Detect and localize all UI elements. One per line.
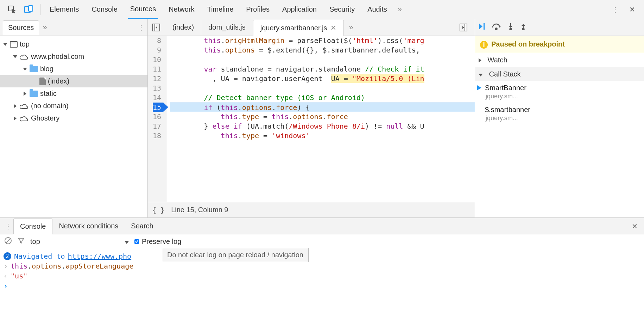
clear-console-icon[interactable] [4, 237, 12, 246]
filter-icon[interactable] [18, 237, 25, 246]
tree-item[interactable]: blog [0, 63, 147, 75]
code-line[interactable]: this.type = 'windows' [170, 131, 475, 141]
close-tab-icon[interactable]: ✕ [330, 24, 336, 32]
code-content[interactable]: this.origHtmlMargin = parseFloat($('html… [167, 36, 475, 202]
code-line[interactable]: this.type = this.options.force [170, 112, 475, 122]
line-number[interactable]: 11 [153, 64, 163, 74]
navigator-menu-icon[interactable]: ⋮ [138, 23, 145, 32]
svg-point-12 [523, 29, 524, 30]
tree-item[interactable]: top [0, 38, 147, 50]
tab-console[interactable]: Console [89, 0, 119, 18]
collapse-icon[interactable] [479, 70, 483, 78]
tab-elements[interactable]: Elements [48, 0, 81, 18]
line-gutter[interactable]: 89101112131415161718 [148, 36, 167, 202]
line-number[interactable]: 13 [153, 84, 163, 93]
toolbar-separator [40, 4, 40, 15]
tree-item-label: (no domain) [31, 102, 69, 110]
file-tree[interactable]: topwww.phodal.comblog(index)static(no do… [0, 36, 147, 217]
line-number[interactable]: 12 [153, 74, 163, 84]
frame-function: SmartBanner [485, 84, 640, 92]
navigator-more-icon[interactable]: » [43, 23, 47, 32]
code-line[interactable]: var standalone = navigator.standalone //… [170, 64, 475, 74]
nav-url[interactable]: https://www.pho [68, 252, 132, 260]
expand-icon[interactable] [13, 116, 18, 121]
code-line[interactable]: , UA = navigator.userAgent UA = "Mozilla… [170, 74, 475, 84]
watch-section[interactable]: Watch [475, 53, 644, 67]
step-over-icon[interactable] [492, 23, 501, 32]
folder-icon [30, 91, 38, 97]
collapse-icon[interactable] [3, 42, 8, 47]
step-out-icon[interactable] [520, 23, 526, 32]
collapse-icon[interactable] [23, 67, 27, 72]
settings-menu-icon[interactable]: ⋮ [608, 2, 622, 17]
resume-icon[interactable] [478, 23, 486, 32]
code-line[interactable]: // Detect banner type (iOS or Android) [170, 93, 475, 103]
console-output[interactable]: Do not clear log on page reload / naviga… [0, 249, 644, 320]
code-line[interactable]: if (this.options.force) { [170, 103, 475, 112]
expand-icon[interactable] [479, 56, 481, 64]
svg-point-10 [510, 29, 512, 30]
pause-banner: i Paused on breakpoint [475, 36, 644, 53]
collapse-icon[interactable] [13, 54, 18, 59]
callstack-frame[interactable]: $.smartbannerjquery.sm... [475, 103, 644, 125]
drawer-menu-icon[interactable]: ⋮ [3, 222, 13, 230]
console-prompt[interactable]: › [4, 281, 640, 291]
line-number[interactable]: 16 [153, 112, 163, 122]
code-line[interactable]: this.options = $.extend({}, $.smartbanne… [170, 45, 475, 55]
navigator-tab-sources[interactable]: Sources [3, 20, 39, 35]
close-devtools-icon[interactable]: ✕ [625, 2, 639, 17]
drawer-tab-network-conditions[interactable]: Network conditions [52, 219, 125, 234]
more-file-tabs-icon[interactable]: » [349, 23, 353, 32]
navigator-panel: Sources » ⋮ topwww.phodal.comblog(index)… [0, 19, 148, 217]
preserve-log-checkbox[interactable]: Preserve log [134, 238, 181, 246]
file-tabs: (index) dom_utils.js jquery.smartbanner.… [148, 19, 475, 36]
file-tab-jquery-smartbanner[interactable]: jquery.smartbanner.js✕ [253, 20, 344, 36]
line-number[interactable]: 8 [153, 36, 163, 45]
tree-item[interactable]: (index) [0, 75, 147, 87]
preserve-log-input[interactable] [134, 239, 139, 244]
toggle-navigator-icon[interactable] [150, 21, 163, 34]
line-number[interactable]: 18 [153, 131, 163, 141]
file-tab-index[interactable]: (index) [165, 20, 201, 35]
code-line[interactable]: this.origHtmlMargin = parseFloat($('html… [170, 36, 475, 45]
expand-icon[interactable] [23, 91, 27, 96]
tab-timeline[interactable]: Timeline [205, 0, 236, 18]
tree-item[interactable]: (no domain) [0, 100, 147, 112]
tree-item[interactable]: Ghostery [0, 112, 147, 124]
tab-profiles[interactable]: Profiles [244, 0, 272, 18]
tree-item[interactable]: www.phodal.com [0, 50, 147, 63]
file-tab-dom-utils[interactable]: dom_utils.js [201, 20, 253, 35]
line-number[interactable]: 10 [153, 55, 163, 64]
close-drawer-icon[interactable]: ✕ [628, 222, 641, 230]
device-toolbar-icon[interactable] [22, 2, 36, 17]
expand-icon[interactable] [13, 104, 18, 109]
toggle-debugger-icon[interactable] [457, 21, 470, 34]
main-panel-tabs: Elements Console Sources Network Timelin… [48, 0, 402, 19]
drawer-tab-search[interactable]: Search [125, 219, 159, 234]
code-line[interactable] [170, 55, 475, 64]
drawer-tab-console[interactable]: Console [13, 219, 52, 234]
tab-sources[interactable]: Sources [128, 0, 158, 19]
tab-network[interactable]: Network [166, 0, 196, 18]
line-number[interactable]: 15 [153, 103, 163, 112]
tree-item-label: top [20, 40, 30, 48]
callstack-frame[interactable]: SmartBannerjquery.sm... [475, 81, 644, 103]
step-into-icon[interactable] [507, 23, 514, 32]
line-number[interactable]: 17 [153, 122, 163, 131]
inspect-element-icon[interactable] [5, 2, 19, 17]
code-line[interactable] [170, 84, 475, 93]
tab-application[interactable]: Application [280, 0, 319, 18]
code-line[interactable]: } else if (UA.match(/Windows Phone 8/i) … [170, 122, 475, 131]
tab-audits[interactable]: Audits [365, 0, 389, 18]
tree-item[interactable]: static [0, 87, 147, 100]
nav-prefix: Navigated to [14, 252, 65, 260]
code-editor[interactable]: 89101112131415161718 this.origHtmlMargin… [148, 36, 475, 202]
line-number[interactable]: 14 [153, 93, 163, 103]
pretty-print-icon[interactable]: { } [152, 206, 165, 214]
tree-item-label: static [40, 90, 57, 98]
svg-rect-2 [29, 6, 33, 11]
execution-context-select[interactable]: top [30, 238, 129, 246]
line-number[interactable]: 9 [153, 45, 163, 55]
tab-security[interactable]: Security [327, 0, 357, 18]
more-tabs-icon[interactable]: » [398, 5, 402, 14]
